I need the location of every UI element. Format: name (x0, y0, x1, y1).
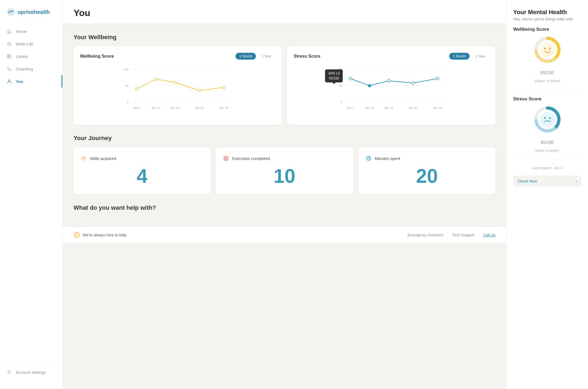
svg-text:Apr 13: Apr 13 (365, 106, 374, 109)
last-checked: Last cheked - Apr 6 (513, 166, 581, 170)
stress-donut-chart (532, 104, 562, 134)
user-icon (7, 79, 12, 84)
phone-icon (7, 66, 12, 72)
svg-text:Apr 21: Apr 21 (195, 106, 204, 109)
footer-link-call[interactable]: Call Us (483, 233, 495, 237)
account-settings-item[interactable]: Account settings (7, 367, 56, 377)
svg-point-43 (225, 158, 227, 159)
svg-point-5 (8, 80, 10, 81)
svg-text:100: 100 (124, 68, 128, 71)
svg-point-30 (368, 84, 371, 87)
logo-text: uprisehealth (17, 9, 50, 15)
sidebar-item-work-life[interactable]: Work-Life (0, 38, 62, 50)
help-section-title: What do you want help with? (74, 204, 495, 211)
skills-label: Skills acquired (90, 156, 116, 161)
footer-link-emergency[interactable]: Emergency Numbers (408, 233, 443, 237)
svg-point-29 (349, 77, 352, 80)
minutes-label: Minutes spent (375, 156, 400, 161)
right-panel: Your Mental Health Hey, seems you're doi… (506, 0, 588, 389)
svg-point-58 (540, 112, 555, 127)
home-icon (7, 29, 12, 34)
journey-section-title: Your Journey (74, 135, 495, 142)
stress-score-value: 65/100 (541, 137, 554, 146)
svg-text:100: 100 (337, 68, 342, 71)
svg-rect-3 (8, 55, 9, 58)
svg-point-13 (136, 88, 138, 90)
wellbeing-tab-1month[interactable]: 1 Month (235, 53, 256, 60)
help-circle-icon: ! (74, 232, 80, 238)
svg-point-53 (544, 48, 546, 49)
svg-rect-4 (10, 55, 11, 58)
svg-point-31 (387, 79, 390, 82)
svg-text:50: 50 (125, 84, 128, 87)
exercises-value: 10 (222, 166, 346, 186)
svg-point-33 (436, 77, 439, 80)
sidebar-item-home[interactable]: Home (0, 25, 62, 38)
svg-point-14 (155, 78, 157, 81)
check-now-button[interactable]: Check Now › (513, 175, 581, 187)
page-title: You (74, 8, 495, 18)
wellbeing-donut-chart (532, 35, 562, 65)
sidebar-item-you-label: You (16, 79, 23, 84)
stress-chart-header: Stress Score 1 Month 1 Year (294, 53, 489, 60)
stress-tab-1year[interactable]: 1 Year (471, 53, 489, 60)
journey-card-skills-header: Skills acquired (80, 155, 204, 162)
svg-rect-2 (7, 55, 8, 58)
chevron-right-icon: › (576, 179, 577, 184)
account-settings-label: Account settings (16, 370, 46, 375)
svg-text:Apr 14: Apr 14 (170, 106, 179, 109)
panel-subtitle: Hey, seems you're doing really well. (513, 17, 581, 21)
footer-bar: ! We're always here to help Emergency Nu… (63, 227, 506, 243)
panel-title: Your Mental Health (513, 9, 581, 16)
stress-score-note: (lower is better) (535, 149, 560, 153)
svg-point-59 (544, 117, 546, 119)
svg-text:Apr 29: Apr 29 (219, 106, 228, 109)
footer-link-tech[interactable]: Tech Support (452, 233, 474, 237)
footer-links: Emergency Numbers Tech Support Call Us (408, 233, 495, 237)
svg-point-15 (174, 81, 176, 84)
svg-text:50: 50 (339, 84, 342, 87)
minutes-icon (365, 155, 372, 162)
library-icon (7, 54, 12, 59)
panel-wellbeing-score-section: Wellbeing Score 65/100 (513, 27, 581, 83)
briefcase-icon (7, 41, 12, 47)
footer-help-text: We're always here to help (83, 233, 126, 237)
sidebar-item-coaching[interactable]: Coaching (0, 63, 62, 75)
svg-point-52 (540, 42, 555, 57)
journey-card-minutes-header: Minutes spent (365, 155, 489, 162)
sidebar-item-library[interactable]: Library (0, 50, 62, 63)
wellbeing-chart-area: 100 50 0 (80, 64, 275, 118)
panel-wellbeing-label: Wellbeing Score (513, 27, 549, 32)
svg-point-32 (412, 82, 415, 84)
exercises-icon (222, 155, 229, 162)
svg-point-17 (223, 86, 225, 89)
sidebar-item-work-life-label: Work-Life (16, 42, 33, 46)
skills-icon (80, 155, 87, 162)
svg-point-60 (549, 117, 551, 119)
svg-point-16 (198, 89, 201, 92)
svg-text:0: 0 (341, 100, 342, 104)
exercises-label: Exercises completed (232, 156, 270, 161)
wellbeing-chart-card: Wellbeing Score 1 Month 1 Year (74, 46, 282, 125)
sidebar-nav: Home Work-Life Library (0, 25, 62, 363)
stress-tab-1month[interactable]: 1 Month (449, 53, 470, 60)
journey-card-exercises: Exercises completed 10 (216, 147, 353, 194)
svg-text:Apr 7: Apr 7 (347, 106, 354, 109)
sidebar: uprisehealth Home Work-Life (0, 0, 63, 389)
main-body: Your Wellbeing Wellbeing Score 1 Month 1… (63, 24, 506, 227)
svg-text:Apr 21: Apr 21 (409, 106, 417, 109)
journey-section: Your Journey Skills acquired 4 (74, 135, 495, 194)
wellbeing-chart-title: Wellbeing Score (80, 54, 114, 59)
stress-chart-card: Stress Score 1 Month 1 Year APR 13 50/10… (287, 46, 495, 125)
logo-icon (7, 8, 15, 16)
journey-card-exercises-header: Exercises completed (222, 155, 346, 162)
account-settings[interactable]: Account settings (0, 363, 62, 381)
sidebar-item-you[interactable]: You (0, 75, 62, 88)
wellbeing-tab-1year[interactable]: 1 Year (258, 53, 275, 60)
main-content: You Your Wellbeing Wellbeing Score 1 Mon… (63, 0, 506, 389)
wellbeing-section: Your Wellbeing Wellbeing Score 1 Month 1… (74, 34, 495, 125)
svg-point-6 (8, 371, 10, 373)
svg-text:Apr 13: Apr 13 (151, 106, 160, 109)
stress-chart-svg: 100 50 0 (294, 64, 489, 118)
panel-stress-score-section: Stress Score 65/100 (lower is better) (513, 96, 581, 153)
